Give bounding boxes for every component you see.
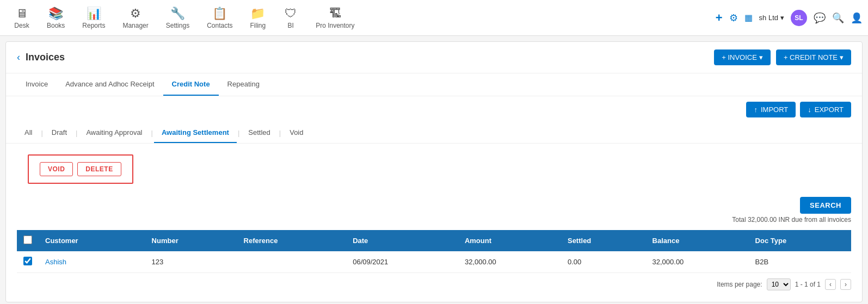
- nav-label-bi: BI: [288, 22, 294, 29]
- sub-tab-awaiting-settlement[interactable]: Awaiting Settlement: [154, 123, 237, 143]
- nav-label-desk: Desk: [14, 22, 29, 29]
- sub-tab-awaiting-approval[interactable]: Awaiting Approval: [78, 123, 150, 143]
- per-page-select[interactable]: 10 25 50: [767, 278, 791, 290]
- row-date: 06/09/2021: [346, 251, 458, 273]
- col-reference: Reference: [237, 230, 347, 251]
- proinventory-icon: 🏗: [329, 7, 341, 21]
- row-reference: [237, 251, 347, 273]
- nav-item-contacts[interactable]: 📋 Contacts: [198, 2, 241, 34]
- invoices-table: Customer Number Reference Date Amount: [17, 230, 851, 273]
- settings-icon: 🔧: [170, 7, 185, 21]
- total-text: Total 32,000.00 INR due from all invoice…: [732, 216, 851, 224]
- company-selector[interactable]: sh Ltd ▾: [759, 14, 784, 22]
- sub-tabs: All | Draft | Awaiting Approval | Awaiti…: [6, 123, 862, 144]
- search-button-label: SEARCH: [810, 201, 841, 209]
- filing-icon: 📁: [250, 7, 265, 21]
- company-name-text: sh Ltd: [759, 14, 778, 22]
- col-date: Date: [346, 230, 458, 251]
- row-checkbox-0[interactable]: [23, 257, 32, 265]
- nav-label-reports: Reports: [82, 22, 105, 29]
- nav-item-desk[interactable]: 🖥 Desk: [5, 2, 38, 34]
- col-settled: Settled: [561, 230, 646, 251]
- credit-note-button-label: + CREDIT NOTE: [784, 53, 838, 61]
- table-container: Customer Number Reference Date Amount: [6, 230, 862, 273]
- col-checkbox: [17, 230, 39, 251]
- page-header-left: ‹ Invoices: [17, 52, 65, 63]
- nav-right: + ⚙ ▦ sh Ltd ▾ SL 💬 🔍 👤: [716, 10, 863, 26]
- tab-creditnote[interactable]: Credit Note: [163, 73, 219, 96]
- books-icon: 📚: [48, 7, 63, 21]
- main-tabs: Invoice Advance and Adhoc Receipt Credit…: [6, 73, 862, 96]
- reports-icon: 📊: [87, 7, 101, 21]
- delete-button-label: DELETE: [85, 165, 113, 173]
- row-doctype: B2B: [749, 251, 851, 273]
- prev-page-button[interactable]: ‹: [825, 279, 836, 290]
- col-customer: Customer: [39, 230, 145, 251]
- invoice-dropdown-icon: ▾: [759, 53, 763, 61]
- col-number: Number: [145, 230, 237, 251]
- sub-tab-void[interactable]: Void: [282, 123, 311, 143]
- items-per-page-label: Items per page:: [717, 281, 762, 288]
- row-amount: 32,000.00: [458, 251, 561, 273]
- back-button[interactable]: ‹: [17, 52, 20, 63]
- tab-repeating[interactable]: Repeating: [219, 73, 268, 96]
- select-all-checkbox[interactable]: [23, 235, 32, 244]
- import-icon: ↑: [754, 106, 758, 114]
- user-icon[interactable]: 👤: [851, 12, 863, 24]
- col-balance: Balance: [646, 230, 749, 251]
- invoice-button[interactable]: + INVOICE ▾: [714, 49, 771, 65]
- table-row: Ashish 123 06/09/2021 32,000.00 0.00 32,…: [17, 251, 851, 273]
- search-row: SEARCH Total 32,000.00 INR due from all …: [6, 195, 862, 226]
- nav-item-manager[interactable]: ⚙ Manager: [114, 2, 157, 34]
- nav-item-reports[interactable]: 📊 Reports: [73, 2, 114, 34]
- toolbar-row: ↑ IMPORT ↓ EXPORT: [6, 96, 862, 123]
- page-info: 1 - 1 of 1: [795, 281, 821, 288]
- pagination-row: Items per page: 10 25 50 1 - 1 of 1 ‹ ›: [6, 273, 862, 296]
- nav-item-books[interactable]: 📚 Books: [38, 2, 73, 34]
- desk-icon: 🖥: [16, 7, 28, 21]
- add-icon[interactable]: +: [716, 11, 723, 25]
- bi-icon: 🛡: [285, 7, 297, 21]
- row-customer[interactable]: Ashish: [39, 251, 145, 273]
- page-header: ‹ Invoices + INVOICE ▾ + CREDIT NOTE ▾: [6, 42, 862, 73]
- export-button[interactable]: ↓ EXPORT: [800, 102, 851, 117]
- void-button[interactable]: VOID: [40, 162, 73, 176]
- chevron-down-icon: ▾: [780, 14, 784, 22]
- nav-label-settings: Settings: [166, 22, 189, 29]
- tab-advance[interactable]: Advance and Adhoc Receipt: [57, 73, 163, 96]
- nav-item-filing[interactable]: 📁 Filing: [241, 2, 274, 34]
- avatar[interactable]: SL: [791, 10, 807, 26]
- chat-icon[interactable]: 💬: [814, 12, 826, 24]
- row-checkbox-cell: [17, 251, 39, 273]
- tab-invoice[interactable]: Invoice: [17, 73, 57, 96]
- nav-item-bi[interactable]: 🛡 BI: [274, 2, 307, 34]
- credit-note-button[interactable]: + CREDIT NOTE ▾: [776, 49, 851, 65]
- import-label: IMPORT: [761, 106, 788, 114]
- page-title: Invoices: [26, 52, 65, 63]
- nav-item-proinventory[interactable]: 🏗 Pro Inventory: [307, 2, 363, 34]
- import-button[interactable]: ↑ IMPORT: [746, 102, 796, 117]
- col-doctype: Doc Type: [749, 230, 851, 251]
- gear-icon[interactable]: ⚙: [729, 12, 738, 24]
- row-settled: 0.00: [561, 251, 646, 273]
- nav-label-contacts: Contacts: [207, 22, 232, 29]
- sub-tab-settled[interactable]: Settled: [241, 123, 278, 143]
- nav-item-settings[interactable]: 🔧 Settings: [157, 2, 198, 34]
- action-buttons-wrapper: VOID DELETE: [6, 144, 862, 195]
- sub-tab-all[interactable]: All: [17, 123, 40, 143]
- col-amount: Amount: [458, 230, 561, 251]
- main-content: ‹ Invoices + INVOICE ▾ + CREDIT NOTE ▾ I…: [5, 41, 863, 302]
- sub-tab-draft[interactable]: Draft: [44, 123, 75, 143]
- search-icon[interactable]: 🔍: [832, 12, 844, 24]
- void-button-label: VOID: [48, 165, 65, 173]
- invoice-button-label: + INVOICE: [722, 53, 757, 61]
- export-label: EXPORT: [815, 106, 844, 114]
- top-nav: 🖥 Desk 📚 Books 📊 Reports ⚙ Manager 🔧 Set…: [0, 0, 868, 36]
- search-button[interactable]: SEARCH: [800, 197, 851, 214]
- grid-icon[interactable]: ▦: [744, 13, 753, 23]
- credit-note-dropdown-icon: ▾: [840, 53, 844, 61]
- delete-button[interactable]: DELETE: [77, 162, 121, 176]
- next-page-button[interactable]: ›: [840, 279, 851, 290]
- table-header-row: Customer Number Reference Date Amount: [17, 230, 851, 251]
- row-number: 123: [145, 251, 237, 273]
